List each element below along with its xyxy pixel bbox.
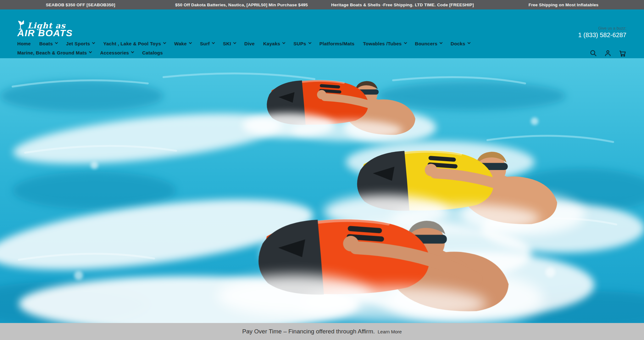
nav-item-label: Wake: [174, 41, 187, 46]
chevron-down-icon: [233, 41, 236, 44]
nav-item-label: Kayaks: [263, 41, 280, 46]
nav-item-label: SUPs: [293, 41, 306, 46]
nav-item-label: Home: [17, 41, 31, 46]
nav-row-2: Marine, Beach & Ground MatsAccessoriesCa…: [17, 48, 473, 57]
nav-item-label: Catalogs: [142, 50, 163, 55]
announcement-bar: SEABOB $350 OFF [SEABOB350]$50 Off Dakot…: [0, 0, 644, 9]
announcement-item-1: SEABOB $350 OFF [SEABOB350]: [0, 3, 161, 7]
nav-item-docks[interactable]: Docks: [451, 41, 470, 46]
nav-item-label: SKI: [223, 41, 231, 46]
nav-item-label: Docks: [451, 41, 465, 46]
nav-item-label: Jet Sports: [66, 41, 90, 46]
main-nav: HomeBoatsJet SportsYacht , Lake & Pool T…: [17, 39, 473, 57]
nav-item-towables-tubes[interactable]: Towables /Tubes: [363, 41, 406, 46]
nav-item-yacht-lake-pool-toys[interactable]: Yacht , Lake & Pool Toys: [103, 41, 166, 46]
chevron-down-icon: [189, 41, 192, 44]
chevron-down-icon: [55, 41, 58, 44]
chevron-down-icon: [89, 50, 92, 53]
chevron-down-icon: [131, 50, 134, 53]
nav-item-label: Dive: [244, 41, 255, 46]
nav-item-surf[interactable]: Surf: [200, 41, 214, 46]
nav-item-label: Bouncers: [415, 41, 438, 46]
nav-row-1: HomeBoatsJet SportsYacht , Lake & Pool T…: [17, 39, 473, 48]
nav-item-label: Marine, Beach & Ground Mats: [17, 50, 87, 55]
phone-label: Give us a buzz:: [578, 26, 626, 31]
nav-item-dive[interactable]: Dive: [244, 41, 255, 46]
nav-item-accessories[interactable]: Accessories: [100, 50, 134, 55]
logo-line2: AIR BOATS: [17, 28, 73, 38]
nav-item-jet-sports[interactable]: Jet Sports: [66, 41, 95, 46]
nav-item-label: Surf: [200, 41, 210, 46]
nav-item-label: Accessories: [100, 50, 129, 55]
nav-item-catalogs[interactable]: Catalogs: [142, 50, 163, 55]
chevron-down-icon: [404, 41, 407, 44]
nav-item-boats[interactable]: Boats: [39, 41, 58, 46]
chevron-down-icon: [163, 41, 166, 44]
nav-item-home[interactable]: Home: [17, 41, 31, 46]
nav-item-sups[interactable]: SUPs: [293, 41, 311, 46]
site-header: Light as AIR BOATS Give us a buzz: 1 (83…: [0, 9, 644, 58]
learn-more-link[interactable]: Learn More: [378, 329, 402, 334]
hero-scene: [0, 58, 644, 323]
announcement-item-4: Free Shipping on Most Inflatables: [483, 3, 644, 7]
logo[interactable]: Light as AIR BOATS: [17, 20, 73, 38]
announcement-item-3: Heritage Boats & Shells -Free Shipping. …: [322, 3, 483, 7]
header-icons: [589, 49, 626, 57]
phone-number[interactable]: 1 (833) 582-6287: [578, 31, 626, 39]
nav-item-wake[interactable]: Wake: [174, 41, 192, 46]
nav-item-bouncers[interactable]: Bouncers: [415, 41, 442, 46]
nav-item-label: Towables /Tubes: [363, 41, 402, 46]
chevron-down-icon: [282, 41, 286, 44]
nav-item-ski[interactable]: SKI: [223, 41, 236, 46]
nav-item-label: Yacht , Lake & Pool Toys: [103, 41, 161, 46]
hero-image: [0, 58, 644, 323]
financing-bar: Pay Over Time – Financing offered throug…: [0, 323, 644, 340]
chevron-down-icon: [308, 41, 311, 44]
nav-item-platforms-mats[interactable]: Platforms/Mats: [319, 41, 355, 46]
chevron-down-icon: [92, 41, 95, 44]
search-icon[interactable]: [589, 49, 597, 57]
chevron-down-icon: [212, 41, 215, 44]
cart-icon[interactable]: [618, 49, 626, 57]
nav-item-label: Platforms/Mats: [319, 41, 355, 46]
account-icon[interactable]: [604, 49, 612, 57]
phone-block: Give us a buzz: 1 (833) 582-6287: [578, 26, 626, 39]
nav-item-label: Boats: [39, 41, 53, 46]
chevron-down-icon: [440, 41, 443, 44]
nav-item-kayaks[interactable]: Kayaks: [263, 41, 285, 46]
nav-item-marine-beach-ground-mats[interactable]: Marine, Beach & Ground Mats: [17, 50, 92, 55]
financing-message: Pay Over Time – Financing offered throug…: [242, 328, 375, 335]
chevron-down-icon: [467, 41, 470, 44]
announcement-item-2: $50 Off Dakota Batteries, Nautica, [APRI…: [161, 3, 322, 7]
